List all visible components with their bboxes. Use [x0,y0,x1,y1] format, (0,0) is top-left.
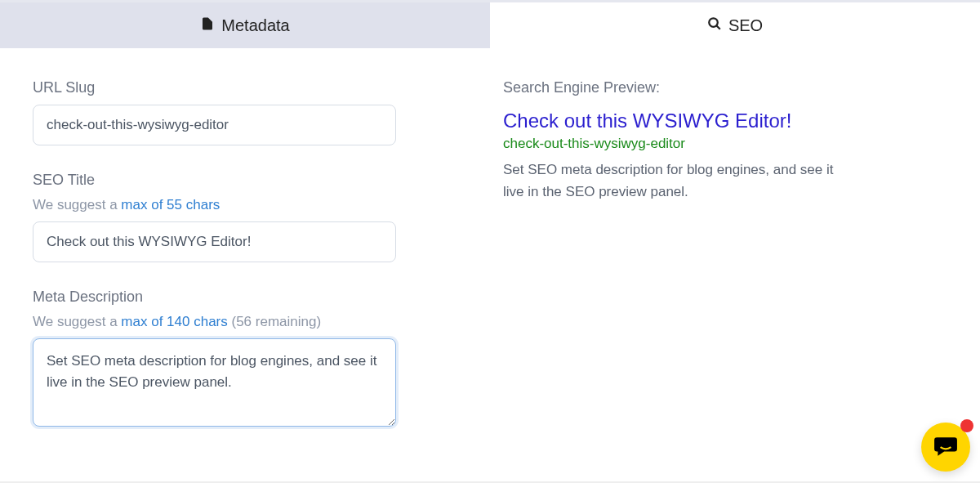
hint-meta-description: We suggest a max of 140 chars (56 remain… [33,314,457,330]
hint-remaining: (56 remaining) [228,314,321,329]
field-meta-description: Meta Description We suggest a max of 140… [33,288,457,430]
tabs-bar: Metadata SEO [0,2,980,48]
url-slug-input[interactable] [33,105,396,145]
hint-link[interactable]: max of 140 chars [121,314,227,329]
seo-title-input[interactable] [33,221,396,262]
preview-url: check-out-this-wysiwyg-editor [503,136,947,152]
hint-prefix: We suggest a [33,197,121,212]
preview-title: Check out this WYSIWYG Editor! [503,110,947,132]
tab-seo[interactable]: SEO [490,2,980,48]
hint-seo-title: We suggest a max of 55 chars [33,197,457,213]
hint-link[interactable]: max of 55 chars [121,197,220,212]
tab-metadata-label: Metadata [221,16,289,35]
field-url-slug: URL Slug [33,79,457,145]
label-url-slug: URL Slug [33,79,457,96]
chat-icon [933,433,958,461]
svg-point-0 [709,18,718,27]
label-meta-description: Meta Description [33,288,457,306]
file-icon [200,16,215,35]
metadata-form: URL Slug SEO Title We suggest a max of 5… [0,48,490,472]
preview-label: Search Engine Preview: [503,79,947,96]
preview-desc: Set SEO meta description for blog engine… [503,159,854,203]
seo-preview: Search Engine Preview: Check out this WY… [490,48,980,472]
tab-seo-label: SEO [728,16,763,35]
search-icon [707,16,722,35]
meta-description-input[interactable] [33,338,396,427]
hint-prefix: We suggest a [33,314,121,329]
tab-metadata[interactable]: Metadata [0,2,490,48]
svg-line-1 [716,25,720,29]
chat-widget-button[interactable] [921,423,970,472]
field-seo-title: SEO Title We suggest a max of 55 chars [33,172,457,262]
label-seo-title: SEO Title [33,172,457,189]
